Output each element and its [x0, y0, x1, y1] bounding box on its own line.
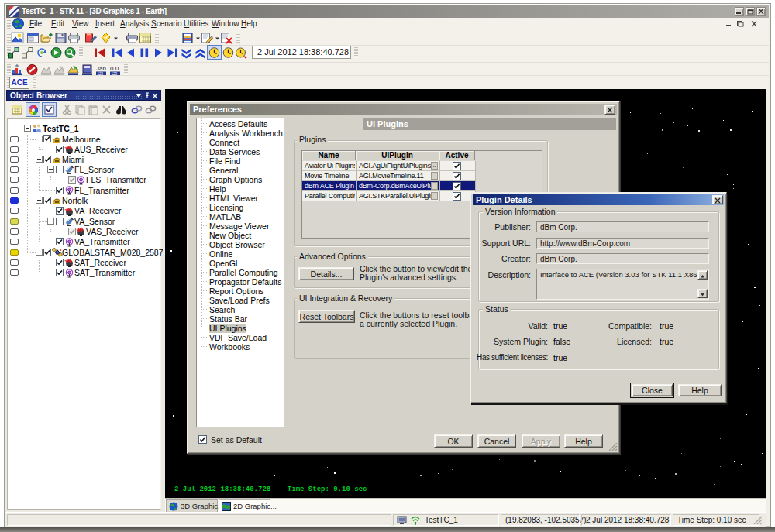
svg-text:123: 123	[112, 72, 118, 76]
svg-text:123: 123	[98, 72, 104, 76]
